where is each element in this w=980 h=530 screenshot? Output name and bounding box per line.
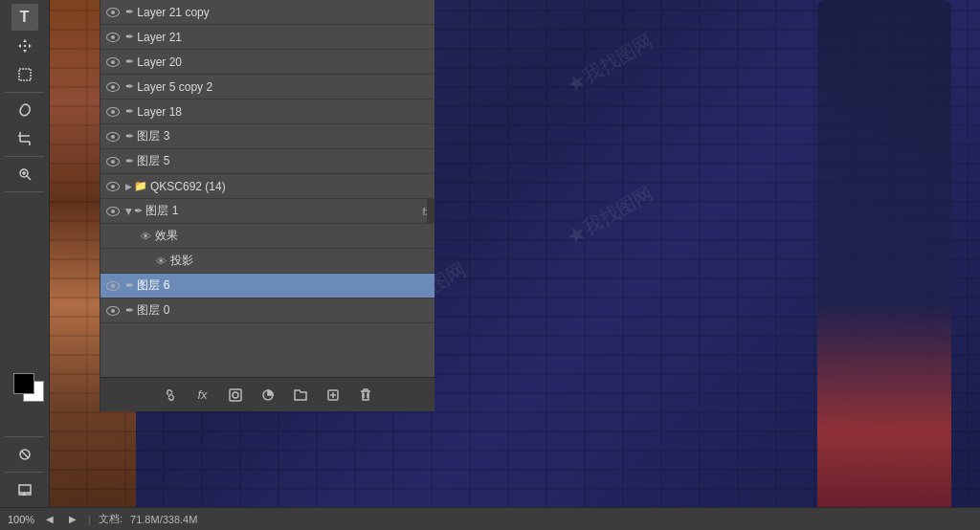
layer-type-icon-layer6: ✒: [125, 279, 134, 292]
shadow-eye-icon: 👁: [156, 255, 167, 267]
layer-name-layer5: 图层 5: [137, 153, 431, 169]
add-style-button[interactable]: fx: [191, 384, 214, 407]
svg-rect-1: [19, 69, 31, 80]
svg-line-11: [21, 451, 29, 458]
layer-name-layer5copy2: Layer 5 copy 2: [137, 80, 431, 94]
layer-item-layer21copy[interactable]: ✒ Layer 21 copy: [100, 0, 434, 25]
layer-name-effect: 效果: [155, 228, 431, 244]
layer-name-layer3: 图层 3: [137, 128, 431, 144]
adjustment-layer-button[interactable]: [256, 384, 279, 407]
color-swatches: [0, 385, 50, 432]
visibility-toggle-layer3[interactable]: [104, 128, 122, 145]
layer-item-layer5copy2[interactable]: ✒ Layer 5 copy 2: [100, 75, 434, 99]
visibility-toggle-layer18[interactable]: [104, 103, 122, 121]
svg-point-18: [233, 392, 238, 398]
mask-mode[interactable]: [11, 441, 38, 468]
new-group-button[interactable]: [289, 384, 312, 407]
layer-type-icon-layer21copy: ✒: [125, 6, 134, 18]
crop-tool[interactable]: [11, 125, 38, 152]
visibility-toggle-layer1[interactable]: [104, 203, 122, 220]
document-size: 71.8M/338.4M: [130, 514, 197, 525]
layer-name-layer21copy: Layer 21 copy: [137, 6, 431, 19]
new-layer-button[interactable]: [322, 384, 345, 407]
lasso-tool[interactable]: [11, 97, 38, 123]
effect-eye-icon: 👁: [141, 231, 151, 242]
layer-item-layer6[interactable]: ✒ 图层 6: [100, 274, 434, 298]
prev-nav-button[interactable]: ◀: [42, 512, 57, 527]
add-mask-button[interactable]: [224, 384, 247, 407]
separator4: [5, 436, 44, 437]
layer-item-layer20[interactable]: ✒ Layer 20: [100, 50, 434, 75]
layer-item-shadow[interactable]: 👁 投影: [100, 249, 434, 274]
canvas-area: ★我找图网 ★我找图网 ★我找图网 ★我找图网 ★我找图网 ★我找图网 ✒ La…: [50, 0, 980, 507]
layer-name-layer6: 图层 6: [137, 277, 431, 294]
group-icon-qksc: 📁: [134, 180, 147, 192]
visibility-toggle-qksc[interactable]: [104, 178, 122, 195]
layer-type-icon-layer21: ✒: [125, 31, 134, 43]
foreground-color[interactable]: [13, 373, 34, 394]
svg-line-16: [168, 393, 172, 397]
layer-item-layer3[interactable]: ✒ 图层 3: [100, 124, 434, 149]
visibility-toggle-layer21copy[interactable]: [104, 4, 122, 21]
visibility-toggle-layer5[interactable]: [104, 153, 122, 170]
layers-panel: ✒ Layer 21 copy ✒ Layer 21 ✒: [100, 0, 434, 411]
layer-type-icon-layer18: ✒: [125, 105, 134, 118]
layer-type-icon-layer0: ✒: [125, 304, 134, 317]
rect-marquee-tool[interactable]: [11, 61, 38, 88]
visibility-toggle-layer21[interactable]: [104, 29, 122, 46]
separator5: [5, 472, 44, 473]
layer-item-layer21[interactable]: ✒ Layer 21: [100, 25, 434, 50]
delete-layer-button[interactable]: [354, 384, 377, 407]
layer-type-icon-layer20: ✒: [125, 55, 134, 68]
layer-name-qksc: QKSC692 (14): [150, 180, 431, 193]
layer-name-layer20: Layer 20: [137, 55, 431, 69]
visibility-toggle-layer6[interactable]: [104, 277, 122, 295]
layer-name-layer0: 图层 0: [137, 302, 431, 319]
layer-item-layer0[interactable]: ✒ 图层 0: [100, 298, 434, 323]
layers-list[interactable]: ✒ Layer 21 copy ✒ Layer 21 ✒: [100, 0, 434, 377]
status-bar: 100% ◀ ▶ | 文档: 71.8M/338.4M: [0, 507, 980, 530]
layer-type-icon-layer5: ✒: [125, 155, 134, 167]
separator: [5, 92, 44, 93]
visibility-toggle-layer0[interactable]: [104, 302, 122, 320]
separator2: [5, 156, 44, 157]
svg-line-7: [27, 176, 31, 180]
layer-name-shadow: 投影: [170, 253, 431, 269]
layer-name-layer18: Layer 18: [137, 105, 431, 119]
svg-rect-0: [24, 45, 26, 47]
zoom-tool[interactable]: [11, 161, 38, 188]
layer-item-qksc-group[interactable]: ▶ 📁 QKSC692 (14): [100, 174, 434, 199]
visibility-toggle-layer20[interactable]: [104, 54, 122, 71]
svg-rect-17: [230, 389, 241, 401]
expand-icon-qksc[interactable]: ▶: [125, 182, 132, 191]
layers-toolbar: fx: [100, 377, 434, 411]
scrollbar-track: [427, 199, 434, 223]
link-layers-button[interactable]: [159, 384, 182, 407]
layer-name-layer21: Layer 21: [137, 31, 431, 44]
toolbar: T: [0, 0, 50, 507]
layer-item-layer1-group[interactable]: ▶ ✒ 图层 1 fx: [100, 199, 434, 224]
layer-item-layer5[interactable]: ✒ 图层 5: [100, 149, 434, 174]
next-nav-button[interactable]: ▶: [65, 512, 80, 527]
visibility-toggle-effect[interactable]: [120, 228, 137, 245]
layer-item-effect[interactable]: 👁 效果: [100, 224, 434, 249]
screen-mode[interactable]: [11, 476, 38, 503]
layer-item-layer18[interactable]: ✒ Layer 18: [100, 99, 434, 124]
visibility-toggle-shadow[interactable]: [135, 253, 152, 270]
layer-type-icon-layer3: ✒: [125, 130, 134, 143]
layer-type-icon-layer5copy2: ✒: [125, 80, 134, 93]
move-tool[interactable]: [11, 33, 38, 59]
separator3: [5, 191, 44, 192]
zoom-level: 100%: [8, 514, 34, 525]
layer-type-icon-layer1: ✒: [134, 205, 143, 217]
status-divider: |: [88, 514, 91, 525]
character-silhouette: [817, 0, 951, 507]
expand-icon-layer1[interactable]: ▶: [124, 208, 134, 214]
visibility-toggle-layer5copy2[interactable]: [104, 78, 122, 96]
document-label: 文档:: [99, 512, 122, 526]
main-area: T: [0, 0, 980, 507]
text-tool[interactable]: T: [11, 4, 38, 31]
layer-name-layer1: 图层 1: [145, 203, 418, 219]
